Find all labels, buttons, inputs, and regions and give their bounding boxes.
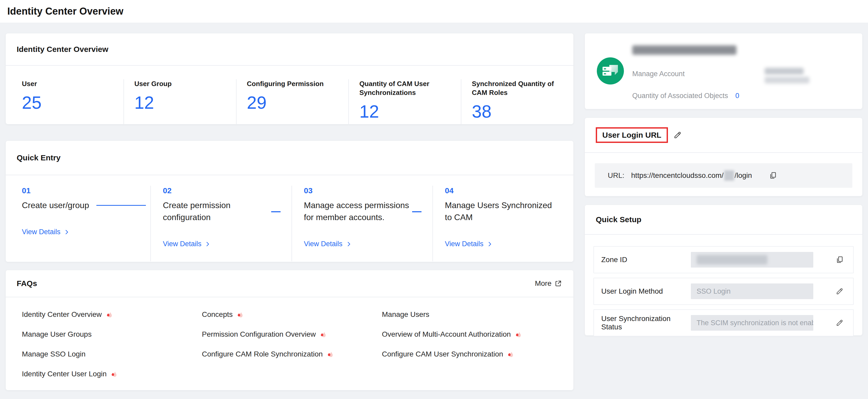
quick-entry-steps: 01 Create user/group View Details 02 Cre… (6, 175, 574, 261)
faqs-title: FAQs (17, 279, 37, 288)
stat-label: Quantity of CAM User Synchronizations (359, 79, 456, 97)
edit-login-method-button[interactable] (835, 287, 844, 295)
faqs-more-link[interactable]: More (535, 279, 562, 288)
overview-card-header: Identity Center Overview (6, 33, 574, 66)
stat-value[interactable]: 25 (22, 92, 123, 113)
stat-value[interactable]: 12 (359, 101, 461, 121)
faq-item[interactable]: Manage SSO Login (22, 344, 202, 364)
url-prefix: https://tencentcloudsso.com/ (631, 171, 724, 180)
edit-login-url-button[interactable] (673, 131, 682, 140)
associated-objects-value[interactable]: 0 (735, 92, 739, 100)
flame-icon (105, 311, 113, 318)
view-details-link[interactable]: View Details (163, 240, 211, 248)
url-redacted-segment (724, 170, 734, 181)
chevron-right-icon (64, 229, 70, 235)
quick-setup-title: Quick Setup (596, 215, 641, 224)
faq-item[interactable]: Manage Users (382, 305, 562, 324)
copy-url-button[interactable] (769, 171, 777, 180)
faq-label: Identity Center Overview (22, 310, 102, 319)
faq-item[interactable]: Manage User Groups (22, 324, 202, 344)
step-title: Create permission configuration (163, 199, 275, 223)
step-title: Manage access permissions for member acc… (304, 199, 416, 223)
faq-label: Configure CAM Role Synchronization (202, 350, 323, 358)
step-number: 03 (304, 186, 432, 196)
user-sync-status-row: User Synchronization Status The SCIM syn… (593, 309, 854, 336)
overview-card: Identity Center Overview User 25 User Gr… (6, 33, 574, 124)
user-login-method-label: User Login Method (601, 287, 691, 295)
chevron-right-icon (487, 241, 493, 247)
step-number: 04 (445, 186, 574, 196)
flame-icon (236, 311, 243, 318)
faq-item[interactable]: Configure CAM User Synchronization (382, 344, 562, 364)
faq-label: Concepts (202, 310, 232, 319)
login-url-card: User Login URL URL: https://tencentcloud… (585, 118, 862, 196)
faqs-header: FAQs More (6, 270, 574, 297)
zone-id-redacted (696, 255, 768, 264)
flame-icon (319, 331, 327, 338)
stat-cam-roles-synced: Synchronized Quantity of CAM Roles 38 (461, 79, 574, 124)
stat-value[interactable]: 12 (134, 92, 236, 113)
manage-account-row: Manage Account (632, 70, 685, 78)
step-manage-users-synced-cam: 04 Manage Users Synchronized to CAM View… (432, 186, 574, 261)
step-create-user-group: 01 Create user/group View Details (6, 186, 150, 261)
view-details-link[interactable]: View Details (304, 240, 352, 248)
step-connector-line (412, 211, 422, 212)
view-details-label: View Details (304, 240, 343, 248)
stats-row: User 25 User Group 12 Configuring Permis… (6, 66, 574, 124)
step-connector-line (271, 211, 281, 212)
edit-sync-status-button[interactable] (835, 319, 844, 327)
copy-icon (835, 256, 844, 264)
zone-id-row: Zone ID (593, 246, 854, 273)
faq-label: Identity Center User Login (22, 370, 106, 378)
faq-label: Overview of Multi-Account Authorization (382, 330, 511, 339)
flame-icon (507, 351, 514, 358)
faq-item[interactable]: Identity Center User Login (22, 364, 202, 384)
flame-icon (110, 371, 117, 378)
quick-setup-card: Quick Setup Zone ID User Login Method SS… (585, 205, 862, 335)
step-title: Manage Users Synchronized to CAM (445, 199, 557, 223)
view-details-label: View Details (445, 240, 484, 248)
login-url-field: URL: https://tencentcloudsso.com/ /login (595, 163, 852, 188)
pencil-icon (835, 287, 844, 295)
copy-zone-id-button[interactable] (835, 256, 844, 264)
quick-entry-card: Quick Entry 01 Create user/group View De… (6, 141, 574, 262)
stat-user: User 25 (6, 79, 123, 124)
stat-value[interactable]: 29 (247, 92, 348, 113)
overview-card-title: Identity Center Overview (17, 45, 108, 54)
quick-entry-header: Quick Entry (6, 141, 574, 175)
step-connector-line (96, 205, 146, 206)
step-manage-access-permissions: 03 Manage access permissions for member … (291, 186, 432, 261)
stat-configuring-permission: Configuring Permission 29 (236, 79, 348, 124)
faq-label: Configure CAM User Synchronization (382, 350, 503, 358)
associated-objects-row: Quantity of Associated Objects 0 (632, 92, 739, 100)
stat-label: Configuring Permission (247, 79, 343, 88)
faq-item[interactable]: Permission Configuration Overview (202, 324, 382, 344)
stat-label: Synchronized Quantity of CAM Roles (472, 79, 568, 97)
faq-item[interactable]: Configure CAM Role Synchronization (202, 344, 382, 364)
faq-item[interactable]: Identity Center Overview (22, 305, 202, 324)
copy-icon (769, 171, 777, 180)
manage-account-label: Manage Account (632, 70, 685, 78)
pencil-icon (835, 319, 844, 327)
stat-user-group: User Group 12 (123, 79, 236, 124)
associated-objects-label: Quantity of Associated Objects (632, 92, 728, 100)
zone-id-value-box (691, 252, 813, 267)
stat-value[interactable]: 38 (472, 101, 574, 121)
step-number: 02 (163, 186, 291, 196)
step-create-permission-config: 02 Create permission configuration View … (150, 186, 291, 261)
faq-item[interactable]: Overview of Multi-Account Authorization (382, 324, 562, 344)
flame-icon (515, 331, 522, 338)
faq-item[interactable]: Concepts (202, 305, 382, 324)
view-details-link[interactable]: View Details (445, 240, 493, 248)
view-details-label: View Details (22, 228, 60, 236)
url-label: URL: (608, 171, 624, 180)
account-value-redacted (765, 77, 809, 83)
stat-cam-user-syncs: Quantity of CAM User Synchronizations 12 (348, 79, 461, 124)
external-link-icon (555, 280, 562, 287)
quick-setup-rows: Zone ID User Login Method SSO Login (585, 235, 862, 336)
user-login-method-row: User Login Method SSO Login (593, 278, 854, 305)
content: Identity Center Overview User 25 User Gr… (0, 23, 868, 390)
view-details-link[interactable]: View Details (22, 228, 70, 236)
stat-label: User (22, 79, 118, 88)
account-card: Manage Account Quantity of Associated Ob… (585, 33, 862, 109)
